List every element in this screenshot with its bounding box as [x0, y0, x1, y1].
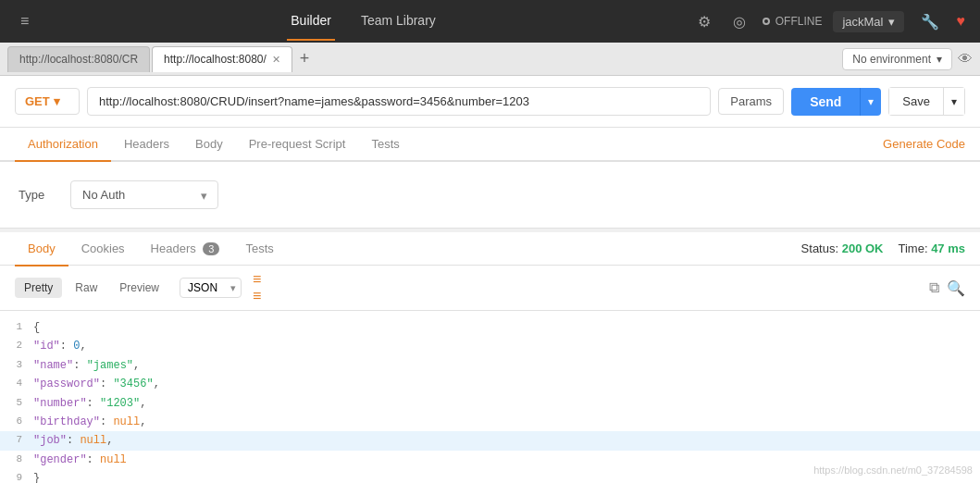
- line-content-4: "password": "3456",: [33, 375, 160, 393]
- headers-badge: 3: [203, 242, 219, 255]
- line-content-7: "job": null,: [33, 431, 113, 450]
- line-num-1: 1: [0, 318, 33, 337]
- url-tab-1[interactable]: http://localhost:8080/CR: [7, 46, 150, 72]
- line-num-2: 2: [0, 337, 33, 355]
- generate-code-button[interactable]: Generate Code: [883, 137, 965, 151]
- send-dropdown[interactable]: ▾: [860, 88, 881, 116]
- line-content-1: {: [33, 318, 40, 337]
- line-num-4: 4: [0, 375, 33, 393]
- auth-type-label: Type: [19, 188, 56, 202]
- code-line-2: 2 "id": 0,: [0, 337, 980, 355]
- status-label: Status: 200 OK: [801, 242, 884, 255]
- line-num-3: 3: [0, 356, 33, 375]
- request-bar: GET ▾ Params Send ▾ Save ▾: [0, 76, 980, 128]
- user-menu[interactable]: jackMal ▾: [833, 11, 904, 32]
- line-content-6: "birthday": null,: [33, 413, 146, 431]
- code-line-7: 7 "job": null,: [0, 431, 980, 450]
- req-tab-tests[interactable]: Tests: [358, 128, 412, 162]
- url-tab-2-close[interactable]: ✕: [272, 54, 280, 66]
- status-value: 200 OK: [842, 242, 884, 255]
- add-tab-button[interactable]: +: [294, 47, 316, 70]
- send-button[interactable]: Send: [791, 88, 860, 116]
- format-left: Pretty Raw Preview JSON XML HTML ≡≡: [15, 271, 261, 304]
- save-button[interactable]: Save: [888, 87, 944, 116]
- code-line-5: 5 "number": "1203",: [0, 394, 980, 413]
- user-chevron: ▾: [888, 15, 895, 29]
- save-dropdown[interactable]: ▾: [944, 87, 965, 116]
- save-btn-group: Save ▾: [888, 87, 965, 116]
- env-dropdown[interactable]: No environment ▾: [842, 48, 952, 70]
- url-input[interactable]: [87, 87, 711, 116]
- code-line-6: 6 "birthday": null,: [0, 413, 980, 431]
- line-content-2: "id": 0,: [33, 337, 87, 355]
- nav-left: ≡: [15, 7, 34, 35]
- eye-icon[interactable]: 👁: [958, 51, 973, 68]
- line-content-9: }: [33, 469, 40, 483]
- auth-dropdown-wrap: No Auth Bearer Token Basic Auth API Key …: [70, 180, 218, 209]
- env-selector: No environment ▾ 👁: [842, 48, 973, 70]
- status-label: OFFLINE: [775, 15, 823, 28]
- gear-icon[interactable]: ⚙: [692, 7, 716, 36]
- resp-tab-headers[interactable]: Headers 3: [138, 232, 233, 266]
- nav-right: ⚙ ◎ OFFLINE jackMal ▾ 🔧 ♥: [692, 7, 965, 36]
- url-tabs-left: http://localhost:8080/CR http://localhos…: [7, 46, 315, 72]
- tab-builder[interactable]: Builder: [287, 2, 335, 41]
- tab-team-library[interactable]: Team Library: [357, 2, 440, 41]
- request-tabs: Authorization Headers Body Pre-request S…: [0, 128, 980, 162]
- resp-tabs-left: Body Cookies Headers 3 Tests: [15, 232, 287, 265]
- user-label: jackMal: [842, 15, 883, 29]
- req-tab-authorization[interactable]: Authorization: [15, 128, 111, 162]
- url-tab-2[interactable]: http://localhost:8080/ ✕: [152, 46, 292, 72]
- url-tab-2-label: http://localhost:8080/: [164, 53, 267, 66]
- line-content-8: "gender": null: [33, 451, 127, 469]
- status-dot: [763, 18, 770, 25]
- line-content-3: "name": "james",: [33, 356, 140, 375]
- env-label: No environment: [852, 53, 931, 66]
- line-num-9: 9: [0, 469, 33, 483]
- time-value: 47 ms: [931, 242, 965, 255]
- method-chevron: ▾: [54, 94, 60, 108]
- line-num-8: 8: [0, 451, 33, 469]
- line-num-5: 5: [0, 394, 33, 413]
- code-line-8: 8 "gender": null: [0, 451, 980, 469]
- copy-button[interactable]: ⧉: [929, 279, 939, 297]
- fmt-tab-pretty[interactable]: Pretty: [15, 278, 62, 298]
- line-num-6: 6: [0, 413, 33, 431]
- auth-section: Type No Auth Bearer Token Basic Auth API…: [0, 162, 980, 229]
- method-select[interactable]: GET ▾: [15, 88, 80, 115]
- json-format-select[interactable]: JSON XML HTML: [180, 278, 242, 298]
- params-button[interactable]: Params: [718, 88, 784, 115]
- response-format-bar: Pretty Raw Preview JSON XML HTML ≡≡ ⧉ 🔍: [0, 266, 980, 311]
- code-block: 1 { 2 "id": 0, 3 "name": "james", 4 "pas…: [0, 311, 980, 483]
- req-tab-body[interactable]: Body: [182, 128, 236, 162]
- code-line-4: 4 "password": "3456",: [0, 375, 980, 393]
- search-button[interactable]: 🔍: [947, 279, 965, 297]
- resp-status: Status: 200 OK Time: 47 ms: [801, 242, 965, 255]
- offline-status: OFFLINE: [763, 15, 823, 28]
- resp-tab-tests[interactable]: Tests: [232, 232, 286, 266]
- json-select-wrap: JSON XML HTML: [172, 278, 242, 298]
- req-tab-headers[interactable]: Headers: [111, 128, 182, 162]
- response-tabs-bar: Body Cookies Headers 3 Tests Status: 200…: [0, 232, 980, 266]
- req-tab-prerequest[interactable]: Pre-request Script: [236, 128, 359, 162]
- fmt-tab-preview[interactable]: Preview: [110, 278, 168, 298]
- line-num-7: 7: [0, 431, 33, 450]
- code-line-3: 3 "name": "james",: [0, 356, 980, 375]
- resp-tab-cookies[interactable]: Cookies: [68, 232, 138, 266]
- top-nav: ≡ Builder Team Library ⚙ ◎ OFFLINE jackM…: [0, 0, 980, 43]
- plugin-icon[interactable]: 🔧: [915, 7, 945, 36]
- line-content-5: "number": "1203",: [33, 394, 146, 413]
- nav-center: Builder Team Library: [287, 2, 440, 41]
- heart-icon[interactable]: ♥: [956, 13, 965, 30]
- env-chevron: ▾: [937, 53, 942, 66]
- auth-type-select[interactable]: No Auth Bearer Token Basic Auth API Key …: [70, 180, 218, 209]
- nav-icon-btn-left[interactable]: ≡: [15, 7, 34, 35]
- fmt-tab-raw[interactable]: Raw: [66, 278, 106, 298]
- time-label: Time: 47 ms: [898, 242, 965, 255]
- method-label: GET: [25, 94, 50, 108]
- resp-tab-body[interactable]: Body: [15, 232, 68, 266]
- target-icon[interactable]: ◎: [727, 7, 751, 36]
- wrap-icon[interactable]: ≡≡: [253, 271, 261, 304]
- url-tab-1-label: http://localhost:8080/CR: [19, 53, 138, 66]
- code-line-1: 1 {: [0, 318, 980, 337]
